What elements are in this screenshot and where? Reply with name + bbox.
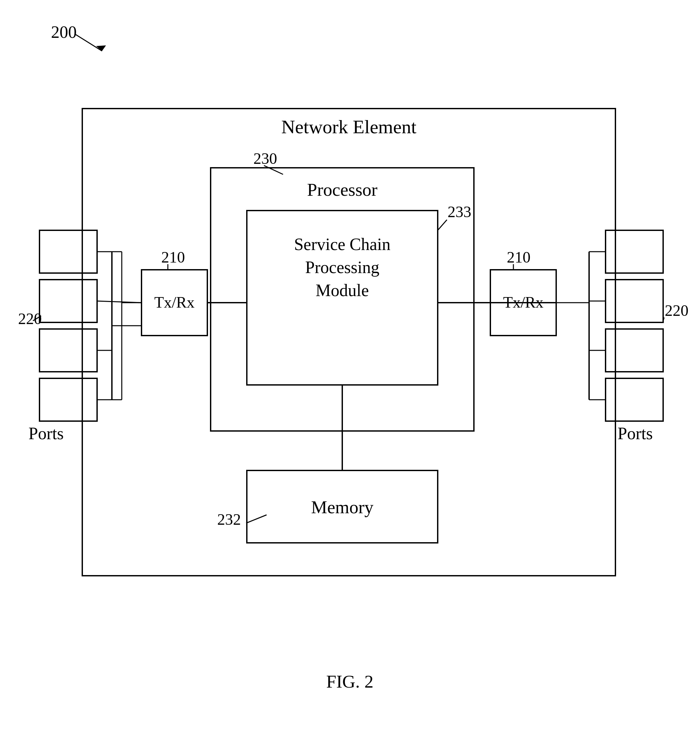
txrx-left-id: 210 [161,248,185,266]
port-left-bot [40,378,97,421]
port-left-top [40,230,97,273]
memory-label: Memory [311,497,374,517]
processor-label: Processor [307,179,378,200]
port-left-mid-bot [40,329,97,372]
ports-right-label: Ports [618,424,653,443]
processor-id: 230 [253,150,277,167]
network-element-label: Network Element [281,116,417,138]
port-right-top [606,230,663,273]
scpm-label-line2: Processing [305,258,379,277]
scpm-label-line1: Service Chain [294,235,390,254]
svg-line-3 [438,220,447,230]
port-right-mid-top [606,280,663,322]
svg-line-0 [76,35,102,51]
scpm-id: 233 [448,203,471,220]
port-right-mid-bot [606,329,663,372]
figure-caption: FIG. 2 [326,672,374,692]
txrx-left-label: Tx/Rx [154,294,195,311]
ports-right-id: 220 [665,302,688,319]
memory-id: 232 [217,511,241,528]
port-right-bot [606,378,663,421]
port-left-mid-top [40,280,97,322]
svg-line-6 [246,515,266,523]
scpm-label-line3: Module [316,281,369,300]
ports-left-label: Ports [29,424,64,443]
diagram-container: 200 Network Element Processor 230 Servic… [0,0,700,732]
ports-left-id: 220 [18,310,42,327]
figure-number: 200 [51,23,77,41]
txrx-right-id: 210 [507,248,531,266]
